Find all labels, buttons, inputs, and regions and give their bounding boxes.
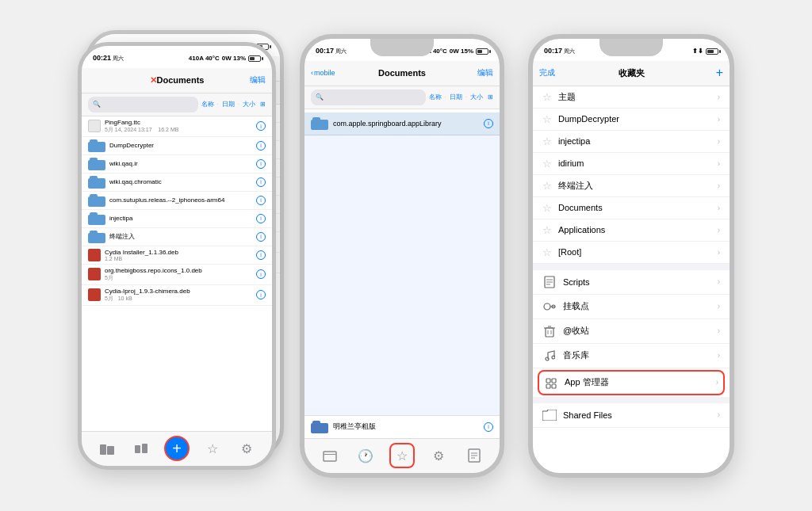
info-btn-p2[interactable]: i	[484, 119, 493, 128]
chevron-icon: ›	[718, 326, 720, 335]
tab-share[interactable]	[130, 437, 152, 460]
bookmark-item-shared[interactable]: Shared Files ›	[533, 403, 730, 428]
svg-rect-27	[552, 384, 556, 388]
edit-btn-front[interactable]: 编辑	[250, 74, 266, 86]
bookmark-label: [Root]	[558, 247, 581, 257]
view-toggle-p2[interactable]: ⊞	[488, 93, 493, 101]
svg-rect-25	[552, 379, 556, 383]
folder-icon-bottom	[311, 421, 328, 433]
list-item[interactable]: Cydia-Iproj_1.9.3-chimera.deb 5月 10 kB i	[82, 285, 272, 306]
star-icon: ☆	[542, 224, 552, 236]
list-item[interactable]: injectipa i	[82, 210, 272, 228]
list-item[interactable]: PingFang.ttc 5月 14, 2024 13:17 16.2 MB i	[82, 116, 272, 137]
search-input-p2[interactable]: 🔍	[311, 90, 426, 105]
col-name-p2[interactable]: 名称	[429, 93, 442, 101]
bookmark-item-appmanager[interactable]: App 管理器 ›	[538, 370, 725, 395]
info-btn[interactable]: i	[256, 250, 266, 260]
bookmarks-list: ☆ 主题 › ☆ DumpDecrypter › ☆ injectipa › ☆…	[533, 86, 730, 473]
phone1-front: 00:21 周六 410A 40°C 0W 13% ✕ Documents 编辑…	[78, 42, 276, 470]
bookmark-item-trash[interactable]: @收站 ›	[533, 319, 730, 344]
tab-doc-p2[interactable]	[463, 444, 485, 467]
bookmark-item-terminal[interactable]: ☆ 终端注入 ›	[533, 175, 730, 197]
col-name2[interactable]: 名称	[201, 100, 214, 109]
bookmark-item-inject[interactable]: ☆ injectipa ›	[533, 131, 730, 153]
phone2-container: 00:17 周六 473A 40°C 0W 15% ‹ mobile Docum…	[300, 34, 504, 478]
add-bookmark-btn[interactable]: +	[716, 66, 723, 80]
bookmark-item-idirium[interactable]: ☆ idirium ›	[533, 153, 730, 175]
bookmark-label: idirium	[558, 158, 584, 168]
list-item[interactable]: wiki.qaq.chromatic i	[82, 174, 272, 192]
battery-p2	[476, 48, 488, 55]
bookmark-item-theme[interactable]: ☆ 主题 ›	[533, 86, 730, 109]
list-item[interactable]: com.sutuplus.releas.--2_iphoneos-arm64 i	[82, 192, 272, 210]
chevron-icon: ›	[718, 159, 720, 168]
svg-point-22	[546, 357, 549, 360]
section-divider-2	[533, 397, 730, 403]
add-button[interactable]: +	[164, 436, 190, 461]
list-item[interactable]: DumpDecrypter i	[82, 137, 272, 155]
status-bar-p3: 00:17 周六 ⬆⬇	[533, 39, 730, 61]
bottom-folder-p2[interactable]: 明稚兰亭粗版 i	[304, 415, 500, 438]
tab-settings[interactable]: ⚙	[236, 437, 258, 460]
col-size2[interactable]: 大小	[243, 100, 255, 109]
list-item[interactable]: Cydia Installer_1.1.36.deb 1.2 MB i	[82, 246, 272, 265]
tab-recent-p2[interactable]: 🕐	[354, 444, 377, 467]
list-item[interactable]: org.thebigboss.repo.icons_1.0.deb 5月 i	[82, 265, 272, 285]
col-size-p2[interactable]: 大小	[470, 93, 483, 101]
close-btn[interactable]: ✕	[150, 75, 157, 86]
title-front: Documents	[157, 75, 205, 85]
tab-gear-p2[interactable]: ⚙	[427, 444, 450, 467]
bookmark-item-documents[interactable]: ☆ Documents ›	[533, 197, 730, 219]
nav-bar-front: ✕ Documents 编辑	[82, 68, 272, 93]
info-btn[interactable]: i	[256, 159, 266, 169]
edit-btn-p2[interactable]: 编辑	[477, 67, 493, 78]
folder-icon	[88, 158, 105, 170]
info-btn[interactable]: i	[256, 141, 266, 151]
empty-area-p2	[304, 135, 500, 415]
bookmark-item-mount[interactable]: 挂载点 ›	[533, 295, 730, 319]
list-item[interactable]: 终端注入 i	[82, 228, 272, 246]
star-icon: ☆	[542, 180, 552, 192]
bookmark-label: 主题	[558, 91, 576, 103]
info-btn[interactable]: i	[256, 214, 266, 223]
bookmark-label: Applications	[558, 225, 605, 235]
status-bar-front: 00:21 周六 410A 40°C 0W 13%	[82, 46, 272, 68]
svg-rect-1	[107, 446, 114, 455]
bookmark-item-music[interactable]: 音乐库 ›	[533, 344, 730, 368]
bookmark-item-root[interactable]: ☆ [Root] ›	[533, 242, 730, 264]
view-toggle2[interactable]: ⊞	[260, 101, 266, 108]
tab-files-p2[interactable]	[319, 444, 341, 467]
info-btn-bottom[interactable]: i	[484, 422, 493, 432]
tab-files[interactable]	[96, 437, 118, 460]
highlighted-file-item[interactable]: com.apple.springboard.appLibrary i	[304, 112, 500, 135]
search-bar-p2: 🔍 名称 · 日期 · 大小 ⊞	[304, 86, 500, 109]
info-btn[interactable]: i	[256, 269, 266, 279]
svg-rect-24	[546, 379, 550, 383]
info-btn[interactable]: i	[256, 290, 266, 299]
info-btn[interactable]: i	[256, 121, 266, 131]
done-btn[interactable]: 完成	[539, 67, 555, 78]
svg-rect-4	[324, 452, 336, 461]
star-icon: ☆	[542, 246, 552, 258]
bookmark-item-scripts[interactable]: Scripts ›	[533, 270, 730, 295]
battery-front	[248, 55, 261, 62]
phone1-container: 00:21 周六 410A 40°C 0W 13% wxkb_plugin.ap…	[78, 42, 276, 470]
info-btn[interactable]: i	[256, 232, 266, 242]
phone3-screen: 00:17 周六 ⬆⬇ 完成 收藏夹 + ☆ 主题 › ☆ DumpDecryp…	[533, 39, 730, 473]
info-btn[interactable]: i	[256, 177, 266, 187]
scripts-label: Scripts	[563, 277, 590, 287]
bookmark-item-applications[interactable]: ☆ Applications ›	[533, 219, 730, 242]
back-btn-p2[interactable]: ‹ mobile	[311, 69, 335, 77]
phone3-container: 00:17 周六 ⬆⬇ 完成 收藏夹 + ☆ 主题 › ☆ DumpDecryp…	[528, 34, 734, 478]
col-date-p2[interactable]: 日期	[450, 93, 462, 101]
tab-star-p2[interactable]: ☆	[389, 443, 415, 468]
tab-star[interactable]: ☆	[201, 437, 224, 460]
info-btn[interactable]: i	[256, 196, 266, 205]
shared-label: Shared Files	[563, 410, 612, 420]
list-item[interactable]: wiki.qaq.ir i	[82, 155, 272, 174]
bookmark-item-dump[interactable]: ☆ DumpDecrypter ›	[533, 109, 730, 131]
col-date2[interactable]: 日期	[222, 100, 235, 109]
appmanager-icon	[544, 376, 558, 390]
search-input-front[interactable]: 🔍	[88, 97, 198, 112]
folder-icon	[88, 176, 105, 189]
